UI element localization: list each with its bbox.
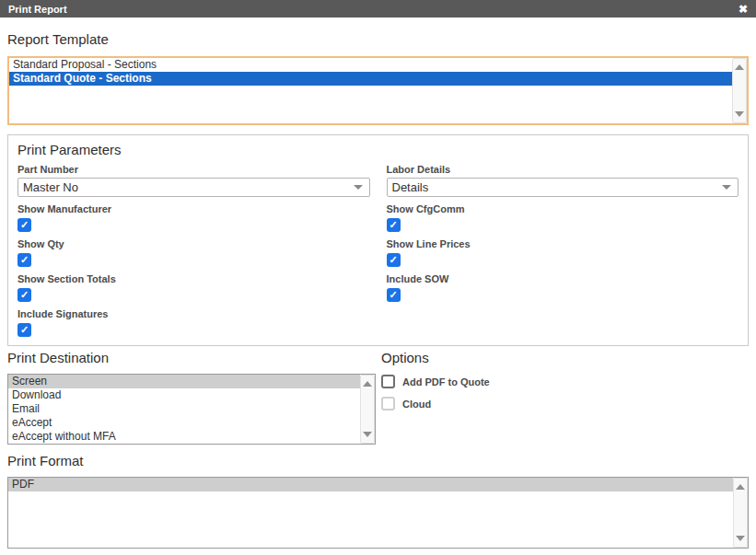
- list-item-selected[interactable]: Standard Quote - Sections: [9, 72, 732, 86]
- show-qty-checkbox[interactable]: [17, 253, 31, 267]
- list-item[interactable]: Download: [8, 388, 360, 402]
- add-pdf-to-quote-label: Add PDF to Quote: [402, 376, 490, 388]
- show-cfgcomm-label: Show CfgComm: [387, 202, 739, 215]
- part-number-select[interactable]: Master No: [17, 178, 370, 197]
- show-manufacturer-checkbox[interactable]: [17, 218, 31, 232]
- print-parameters-panel: Print Parameters Part Number Master No L…: [7, 134, 749, 346]
- scroll-up-icon[interactable]: [736, 484, 745, 490]
- list-item[interactable]: Standard Proposal - Sections: [9, 58, 732, 72]
- show-cfgcomm-checkbox[interactable]: [387, 218, 401, 232]
- print-format-heading: Print Format: [7, 453, 749, 469]
- include-sow-checkbox[interactable]: [387, 288, 401, 302]
- list-item-selected[interactable]: PDF: [8, 478, 733, 491]
- labor-details-value: Details: [392, 180, 429, 194]
- show-section-totals-checkbox[interactable]: [17, 288, 31, 302]
- print-destination-heading: Print Destination: [7, 350, 376, 366]
- show-qty-label: Show Qty: [17, 237, 370, 250]
- scrollbar[interactable]: [733, 478, 748, 548]
- show-manufacturer-label: Show Manufacturer: [17, 202, 370, 215]
- list-item[interactable]: eAccept: [8, 416, 360, 430]
- dialog-body: Report Template Standard Proposal - Sect…: [0, 31, 756, 555]
- part-number-value: Master No: [23, 180, 78, 194]
- report-template-heading: Report Template: [7, 31, 749, 48]
- scroll-down-icon[interactable]: [735, 111, 744, 117]
- print-destination-listbox[interactable]: Screen Download Email eAccept eAccept wi…: [7, 374, 376, 445]
- list-item[interactable]: eAccept without MFA: [8, 430, 360, 444]
- chevron-down-icon: [722, 185, 731, 190]
- add-pdf-to-quote-checkbox[interactable]: [381, 375, 395, 388]
- include-sow-label: Include SOW: [387, 272, 739, 285]
- print-format-listbox[interactable]: PDF: [7, 477, 749, 549]
- scroll-up-icon[interactable]: [363, 381, 372, 387]
- print-parameters-heading: Print Parameters: [17, 142, 739, 158]
- scroll-up-icon[interactable]: [735, 64, 744, 70]
- show-section-totals-label: Show Section Totals: [17, 272, 370, 285]
- dialog-title: Print Report: [8, 4, 67, 15]
- cloud-checkbox: [381, 397, 395, 410]
- labor-details-select[interactable]: Details: [387, 178, 739, 197]
- scrollbar[interactable]: [732, 58, 747, 123]
- cloud-label: Cloud: [402, 398, 431, 410]
- close-icon[interactable]: [739, 4, 748, 15]
- show-line-prices-checkbox[interactable]: [387, 253, 401, 267]
- list-item-selected[interactable]: Screen: [8, 375, 360, 388]
- labor-details-label: Labor Details: [387, 163, 739, 176]
- include-signatures-label: Include Signatures: [17, 307, 370, 320]
- scroll-down-icon[interactable]: [736, 536, 745, 541]
- report-template-listbox[interactable]: Standard Proposal - Sections Standard Qu…: [7, 56, 749, 125]
- chevron-down-icon: [354, 185, 363, 190]
- scroll-down-icon[interactable]: [363, 432, 372, 437]
- include-signatures-checkbox[interactable]: [17, 323, 31, 337]
- scrollbar[interactable]: [360, 375, 375, 444]
- dialog-titlebar: Print Report: [0, 0, 756, 17]
- list-item[interactable]: Email: [8, 402, 360, 416]
- show-line-prices-label: Show Line Prices: [387, 237, 739, 250]
- part-number-label: Part Number: [17, 163, 370, 176]
- options-heading: Options: [381, 350, 749, 366]
